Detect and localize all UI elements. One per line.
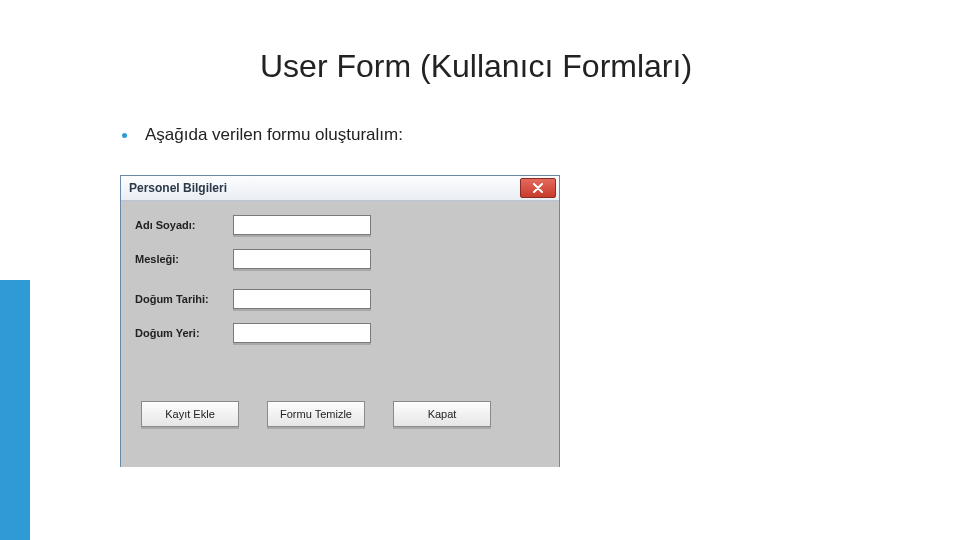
bullet-icon	[122, 133, 127, 138]
close-button[interactable]	[520, 178, 556, 198]
label-ad-soyad: Adı Soyadı:	[135, 219, 196, 231]
userform-window: Personel Bilgileri Adı Soyadı: Mesleği: …	[120, 175, 560, 467]
titlebar: Personel Bilgileri	[121, 176, 559, 201]
close-icon	[533, 183, 543, 193]
label-dogum-yeri: Doğum Yeri:	[135, 327, 200, 339]
bullet-row: Aşağıda verilen formu oluşturalım:	[122, 125, 403, 145]
kapat-button[interactable]: Kapat	[393, 401, 491, 427]
slide: User Form (Kullanıcı Formları) Aşağıda v…	[0, 0, 960, 540]
label-meslek: Mesleği:	[135, 253, 179, 265]
input-dogum-yeri[interactable]	[233, 323, 371, 343]
slide-title: User Form (Kullanıcı Formları)	[260, 48, 692, 85]
bullet-text: Aşağıda verilen formu oluşturalım:	[145, 125, 403, 145]
input-ad-soyad[interactable]	[233, 215, 371, 235]
input-dogum-tarihi[interactable]	[233, 289, 371, 309]
accent-bar	[0, 280, 30, 540]
kayit-ekle-button[interactable]: Kayıt Ekle	[141, 401, 239, 427]
window-title: Personel Bilgileri	[129, 181, 227, 195]
formu-temizle-button[interactable]: Formu Temizle	[267, 401, 365, 427]
input-meslek[interactable]	[233, 249, 371, 269]
form-body: Adı Soyadı: Mesleği: Doğum Tarihi: Doğum…	[121, 201, 559, 467]
label-dogum-tarihi: Doğum Tarihi:	[135, 293, 209, 305]
